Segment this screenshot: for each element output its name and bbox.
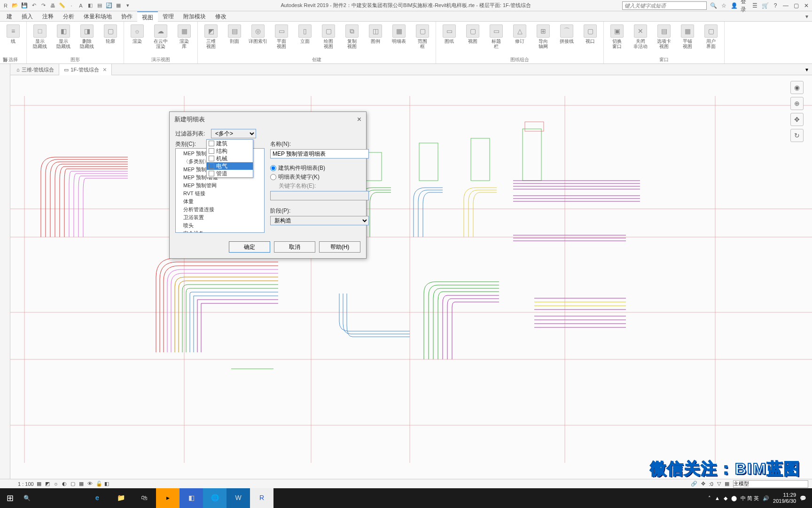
visual-style-icon[interactable]: ◩ [45,481,52,487]
edge-icon[interactable]: e [86,488,109,508]
cart-icon[interactable]: 🛒 [761,2,769,9]
tab-manage[interactable]: 管理 [158,11,179,22]
exchange-icon[interactable]: ☰ [751,2,758,9]
ribbon-button[interactable]: ◩三维视图 [200,23,222,49]
detail-level-icon[interactable]: ▦ [37,481,43,487]
ribbon-button[interactable]: ▤选项卡视图 [653,23,675,49]
undo-icon[interactable]: ↶ [30,2,38,9]
sync-icon[interactable]: 🔄 [105,2,113,9]
ribbon-button[interactable]: ✕关闭非活动 [629,23,652,49]
ribbon-button[interactable]: ⊞导向轴网 [532,23,554,49]
tab-addins[interactable]: 附加模块 [179,11,211,22]
ribbon-button[interactable]: ▢范围框 [411,23,434,49]
properties-palette-collapsed[interactable]: 属性 [0,64,10,484]
drawing-canvas[interactable]: ◉ ⊕ ✥ ↻ [10,75,812,484]
ribbon-button[interactable]: ▤剖面 [223,23,246,44]
category-item[interactable]: 分析管道连接 [179,206,261,214]
worksets-icon[interactable]: ▦ [725,481,729,487]
category-item[interactable]: 喷头 [179,222,261,230]
start-button[interactable]: ⊞ [0,488,20,508]
filter-icon[interactable]: ▽ [717,481,721,487]
revit-taskbar-icon[interactable]: R [250,488,273,508]
dialog-close-icon[interactable]: × [357,115,361,124]
filter-option[interactable]: 管道 [207,170,253,177]
qat-icon[interactable]: ▤ [96,2,103,9]
drag-icon[interactable]: ✥ [701,481,705,487]
category-item[interactable]: 卫浴装置 [179,214,261,222]
ribbon-button[interactable]: □显示隐藏线 [29,23,51,49]
app-icon[interactable]: W [226,488,250,508]
tab-collab[interactable]: 协作 [117,11,137,22]
notification-icon[interactable]: 💬 [800,495,806,501]
reveal-icon[interactable]: 🔓 [96,481,102,487]
viewtabs-overflow[interactable]: ▾ [805,66,812,73]
shadows-icon[interactable]: ◐ [62,481,69,487]
navcube-icon[interactable]: ◉ [790,81,804,94]
view-tab-1f[interactable]: ▭ 1F-管线综合 × [59,64,112,75]
login-link[interactable]: 登录 [741,2,748,9]
store-icon[interactable]: 🛍 [133,488,156,508]
qat-icon[interactable]: ▦ [115,2,122,9]
category-item[interactable]: 体量 [179,198,261,206]
filter-option[interactable]: 机械 [207,155,253,162]
hide-icon[interactable]: 👁 [87,481,94,487]
tab-view[interactable]: 视图 [137,11,158,22]
ribbon-button[interactable]: ▢用户界面 [700,23,722,49]
clock[interactable]: 11:29 2019/6/30 [773,492,796,504]
zoom-icon[interactable]: ⊕ [790,97,804,110]
text-icon[interactable]: A [77,2,85,9]
user-icon[interactable]: 👤 [730,2,738,9]
ribbon-button[interactable]: ▭平面视图 [270,23,293,49]
ribbon-button[interactable]: ◧显示隐藏线 [52,23,75,49]
revit-icon[interactable]: R [2,2,9,9]
print-icon[interactable]: 🖶 [49,2,56,9]
tray-icon[interactable]: ▲ [715,495,720,501]
ribbon-button[interactable]: ◎详图索引 [247,23,269,44]
building-components-radio[interactable] [270,165,276,171]
phase-select[interactable]: 新构造 [270,216,369,225]
tab-massing[interactable]: 体量和场地 [79,11,117,22]
name-input[interactable] [270,149,369,159]
ribbon-button[interactable]: ▦明细表 [388,23,410,44]
ribbon-button[interactable]: ⧉复制视图 [341,23,363,49]
minimize-icon[interactable]: — [782,2,789,9]
search-input[interactable] [622,1,707,10]
help-icon[interactable]: ? [772,2,779,9]
temp-hide-icon[interactable]: ◧ [104,481,111,487]
qat-dropdown-icon[interactable]: ▾ [124,2,132,9]
volume-icon[interactable]: 🔊 [763,495,769,501]
ribbon-button[interactable]: ◨删除隐藏线 [76,23,98,49]
tab-insert[interactable]: 插入 [17,11,38,22]
filter-list-select[interactable]: <多个> [211,129,256,138]
help-button[interactable]: 帮助(H) [319,241,360,253]
qat-icon[interactable]: ◧ [86,2,94,9]
close-icon[interactable]: ✕ [803,2,810,9]
ribbon-button[interactable]: ▢轮廓 [99,23,122,44]
crop-icon[interactable]: ▢ [70,481,77,487]
app-icon[interactable]: ▸ [156,488,180,508]
scale-value[interactable]: 1 : 100 [18,481,34,487]
filter-option[interactable]: 结构 [207,147,253,155]
ribbon-button[interactable]: ▦平铺视图 [676,23,699,49]
ribbon-button[interactable]: ▢绘图视图 [317,23,340,49]
search-icon[interactable]: 🔍 [710,2,717,9]
orbit-icon[interactable]: ↻ [790,129,804,142]
ribbon-button[interactable]: ▭标题栏 [485,23,508,49]
save-icon[interactable]: 💾 [21,2,28,9]
ribbon-button[interactable]: ≡线 [2,23,24,44]
ribbon-button[interactable]: ▦渲染库 [173,23,195,49]
maximize-icon[interactable]: ▢ [792,2,800,9]
filter-option[interactable]: 电气 [207,162,253,170]
category-item[interactable]: MEP 预制管网 [179,182,261,190]
app-icon[interactable]: ◧ [180,488,203,508]
ime-status[interactable]: 中 简 英 [741,495,759,502]
tab-modify[interactable]: 修改 [211,11,231,22]
tab-close-icon[interactable]: × [103,64,107,75]
ribbon-button[interactable]: ▯立面 [294,23,316,44]
tab-arch[interactable]: 建 [2,11,17,22]
ribbon-button[interactable]: ▢视图 [461,23,484,44]
filter-option[interactable]: 建筑 [207,140,253,147]
ribbon-button[interactable]: △修订 [508,23,531,44]
ribbon-button[interactable]: ◫图例 [364,23,387,44]
app-icon[interactable]: 🌐 [203,488,226,508]
